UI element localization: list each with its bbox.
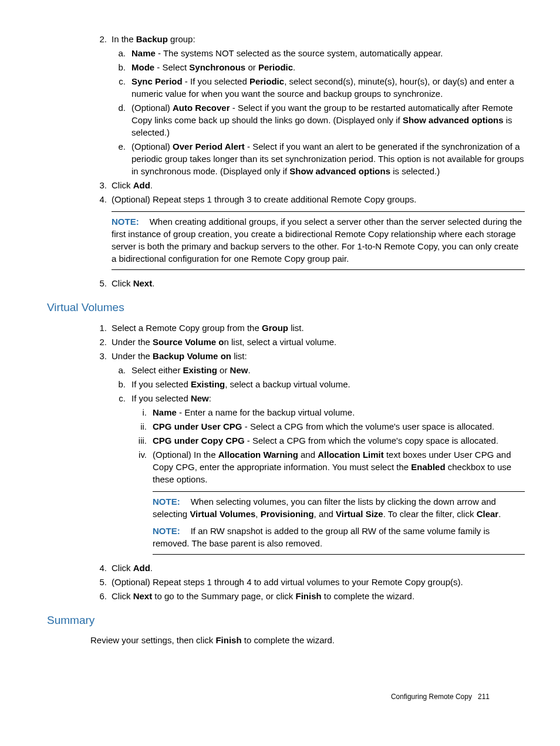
step-2b: b. Mode - Select Synchronous or Periodic…: [112, 61, 525, 73]
step-marker: 3.: [90, 179, 107, 191]
step-2a: a. Name - The systems NOT selected as th…: [112, 47, 525, 59]
procedure-list-1: 2. In the Backup group: a. Name - The sy…: [90, 33, 525, 289]
step-marker: b.: [112, 61, 126, 73]
footer-title: Configuring Remote Copy: [391, 693, 472, 701]
note-box: NOTE:When creating additional groups, if…: [112, 211, 525, 270]
step-4: 4. (Optional) Repeat steps 1 through 3 t…: [90, 193, 525, 270]
step-marker: c.: [112, 75, 126, 87]
vv-step-4: 4. Click Add.: [90, 562, 525, 574]
vv-step-3ci: i. Name - Enter a name for the backup vi…: [131, 406, 525, 418]
vv-step-2: 2. Under the Source Volume on list, sele…: [90, 336, 525, 348]
step-marker: c.: [112, 392, 126, 404]
note-text: When creating additional groups, if you …: [112, 217, 522, 264]
step-2c: c. Sync Period - If you selected Periodi…: [112, 75, 525, 100]
substeps-2: a. Name - The systems NOT selected as th…: [112, 47, 525, 177]
step-marker: i.: [131, 406, 147, 418]
step-marker: a.: [112, 47, 126, 59]
summary-heading: Summary: [47, 613, 525, 629]
step-marker: d.: [112, 102, 126, 114]
step-marker: 4.: [90, 562, 107, 574]
step-marker: 2.: [90, 336, 107, 348]
vv-step-3b: b. If you selected Existing, select a ba…: [112, 378, 525, 390]
vv-step-3a: a. Select either Existing or New.: [112, 364, 525, 376]
step-5: 5. Click Next.: [90, 277, 525, 289]
vv-step-3c: c. If you selected New: i. Name - Enter …: [112, 392, 525, 555]
vv-substeps-3: a. Select either Existing or New. b. If …: [112, 364, 525, 555]
vv-substeps-3c: i. Name - Enter a name for the backup vi…: [131, 406, 525, 555]
vv-step-3cii: ii. CPG under User CPG - Select a CPG fr…: [131, 420, 525, 433]
note-label: NOTE:: [153, 526, 180, 536]
step-marker: b.: [112, 378, 126, 390]
step-marker: 4.: [90, 193, 107, 205]
step-marker: ii.: [131, 420, 147, 433]
note-box: NOTE:When selecting volumes, you can fil…: [153, 491, 525, 521]
page: 2. In the Backup group: a. Name - The sy…: [47, 33, 525, 725]
summary-text: Review your settings, then click Finish …: [90, 634, 525, 646]
page-footer: Configuring Remote Copy 211: [391, 692, 490, 702]
vv-step-6: 6. Click Next to go to the Summary page,…: [90, 590, 525, 602]
step-2d: d. (Optional) Auto Recover - Select if y…: [112, 102, 525, 139]
page-number: 211: [478, 693, 490, 701]
step-marker: 2.: [90, 33, 107, 45]
step-marker: 5.: [90, 277, 107, 289]
step-2: 2. In the Backup group: a. Name - The sy…: [90, 33, 525, 177]
step-marker: 1.: [90, 322, 107, 334]
vv-step-5: 5. (Optional) Repeat steps 1 through 4 t…: [90, 576, 525, 588]
step-marker: a.: [112, 364, 126, 376]
step-marker: 3.: [90, 350, 107, 362]
step-3: 3. Click Add.: [90, 179, 525, 191]
vv-step-1: 1. Select a Remote Copy group from the G…: [90, 322, 525, 334]
step-marker: iii.: [131, 434, 147, 447]
virtual-volumes-heading: Virtual Volumes: [47, 300, 525, 316]
vv-step-3ciii: iii. CPG under Copy CPG - Select a CPG f…: [131, 434, 525, 447]
note-box: NOTE:If an RW snapshot is added to the g…: [153, 521, 525, 555]
step-text: In the Backup group:: [112, 34, 195, 44]
step-marker: 6.: [90, 590, 107, 602]
step-marker: e.: [112, 140, 126, 153]
step-marker: iv.: [131, 448, 147, 461]
step-2e: e. (Optional) Over Period Alert - Select…: [112, 140, 525, 177]
vv-step-3: 3. Under the Backup Volume on list: a. S…: [90, 350, 525, 555]
procedure-list-vv: 1. Select a Remote Copy group from the G…: [90, 322, 525, 602]
note-label: NOTE:: [112, 217, 139, 227]
vv-step-3civ: iv. (Optional) In the Allocation Warning…: [131, 448, 525, 555]
step-marker: 5.: [90, 576, 107, 588]
note-label: NOTE:: [153, 497, 180, 507]
